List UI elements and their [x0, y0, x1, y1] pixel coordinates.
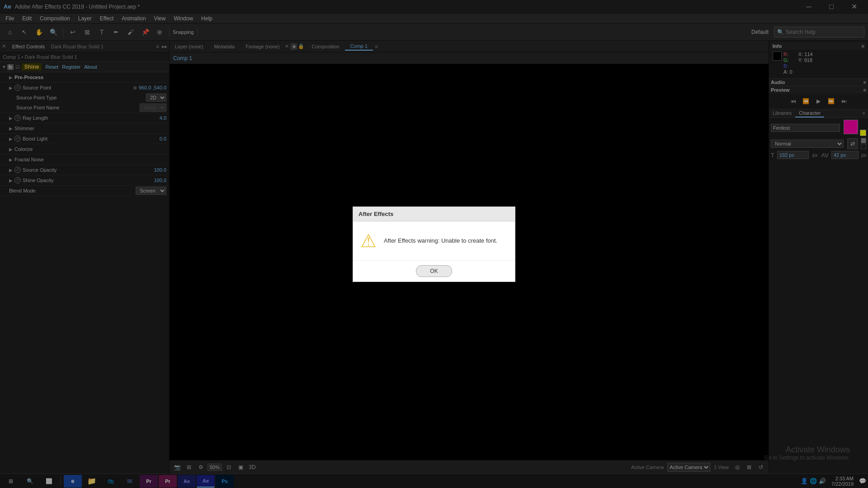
modal-message: After Effects warning: Unable to create …: [384, 237, 508, 244]
modal-title: After Effects: [353, 207, 515, 221]
ok-button[interactable]: OK: [416, 265, 452, 277]
modal-body: ⚠ After Effects warning: Unable to creat…: [353, 221, 515, 260]
warning-icon: ⚠: [360, 230, 377, 251]
modal-overlay: After Effects ⚠ After Effects warning: U…: [0, 0, 868, 488]
modal-dialog: After Effects ⚠ After Effects warning: U…: [353, 206, 515, 282]
modal-footer: OK: [353, 260, 515, 282]
